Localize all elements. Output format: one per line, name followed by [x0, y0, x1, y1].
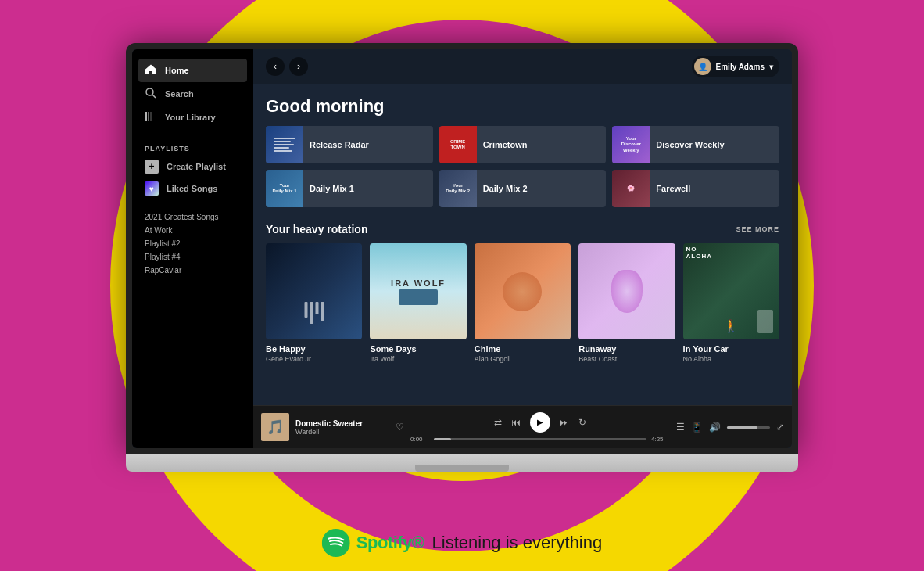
rotation-item-runaway[interactable]: Runaway Beast Coast [578, 243, 675, 363]
sidebar-item-library[interactable]: Your Library [138, 106, 247, 129]
main-content: ‹ › 👤 Emily Adams ▾ Good morning [253, 49, 792, 448]
daily-mix-1-label: Daily Mix 1 [310, 184, 354, 193]
queue-button[interactable]: ☰ [676, 422, 685, 433]
chime-artist: Alan Gogoll [475, 355, 571, 363]
sidebar-nav: Home Search [132, 59, 253, 129]
home-icon [145, 63, 157, 77]
forward-button[interactable]: › [289, 57, 308, 76]
laptop-screen-outer: Home Search [126, 43, 798, 454]
playlist-item-4[interactable]: RapCaviar [145, 266, 241, 275]
crimetown-thumb: CRIMETOWN [439, 126, 477, 163]
nav-arrows: ‹ › [266, 57, 308, 76]
discover-weekly-label: Discover Weekly [656, 140, 724, 149]
create-playlist-icon: + [145, 160, 159, 174]
time-current: 0:00 [410, 436, 429, 443]
quick-item-daily-mix-1[interactable]: YourDaily Mix 1 Daily Mix 1 [266, 170, 433, 207]
progress-track[interactable] [434, 438, 646, 440]
user-profile[interactable]: 👤 Emily Adams ▾ [692, 56, 779, 77]
playlists-section-title: PLAYLISTS [132, 138, 253, 156]
see-more-button[interactable]: SEE MORE [736, 225, 779, 233]
in-your-car-art: NOALOHA 🚶 [683, 243, 779, 339]
spotify-branding: Spotify® Listening is everything [322, 529, 602, 557]
svg-point-5 [322, 529, 350, 557]
quick-item-daily-mix-2[interactable]: YourDaily Mix 2 Daily Mix 2 [439, 170, 607, 207]
greeting: Good morning [266, 96, 779, 117]
playlist-item-1[interactable]: At Work [145, 226, 241, 235]
release-radar-label: Release Radar [310, 140, 369, 149]
play-button[interactable]: ▶ [530, 412, 550, 433]
section-header: Your heavy rotation SEE MORE [266, 223, 779, 235]
home-label: Home [165, 66, 189, 75]
farewell-thumb: 🌸 [612, 170, 650, 207]
previous-button[interactable]: ⏮ [511, 417, 521, 428]
some-days-artist: Ira Wolf [370, 355, 466, 363]
app-layout: Home Search [132, 49, 792, 448]
svg-point-0 [146, 88, 153, 95]
search-icon [145, 87, 157, 101]
content-scroll[interactable]: Good morning [253, 84, 792, 405]
volume-button[interactable]: 🔊 [709, 422, 721, 433]
quick-item-farewell[interactable]: 🌸 Farewell [612, 170, 779, 207]
laptop-screen: Home Search [132, 49, 792, 448]
progress-bar-container: 0:00 4:25 [410, 436, 670, 443]
playlist-item-3[interactable]: Playlist #4 [145, 253, 241, 261]
in-your-car-title: In Your Car [683, 344, 779, 354]
spotify-name: Spotify® [356, 533, 424, 553]
chime-art [475, 243, 571, 339]
library-label: Your Library [165, 113, 216, 122]
quick-item-release-radar[interactable]: Release Radar [266, 126, 433, 163]
create-playlist-label: Create Playlist [167, 162, 226, 171]
create-playlist-action[interactable]: + Create Playlist [132, 156, 253, 178]
library-icon [145, 110, 157, 124]
in-your-car-artist: No Aloha [683, 355, 779, 363]
daily-mix-1-thumb: YourDaily Mix 1 [266, 170, 303, 207]
playlist-item-0[interactable]: 2021 Greatest Songs [145, 213, 241, 221]
volume-fill [727, 426, 757, 429]
sidebar-divider [145, 206, 241, 206]
svg-rect-4 [150, 112, 152, 121]
quick-item-discover-weekly[interactable]: YourDiscoverWeekly Discover Weekly [612, 126, 779, 163]
now-playing-title: Domestic Sweater [295, 419, 389, 428]
rotation-item-be-happy[interactable]: Be Happy Gene Evaro Jr. [266, 243, 362, 363]
volume-track[interactable] [727, 426, 770, 429]
playlist-item-2[interactable]: Playlist #2 [145, 239, 241, 248]
like-button[interactable]: ♡ [396, 422, 404, 433]
svg-rect-2 [145, 112, 147, 121]
now-playing-art: 🎵 [261, 413, 289, 441]
sidebar-item-search[interactable]: Search [138, 82, 247, 106]
spotify-icon [322, 529, 350, 557]
rotation-item-chime[interactable]: Chime Alan Gogoll [475, 243, 571, 363]
wavy-lines [269, 133, 300, 156]
liked-songs-icon: ♥ [145, 181, 159, 196]
shuffle-button[interactable]: ⇄ [494, 417, 502, 428]
be-happy-art [266, 243, 362, 339]
sidebar: Home Search [132, 49, 253, 448]
farewell-label: Farewell [656, 184, 690, 193]
quick-item-crimetown[interactable]: CRIMETOWN Crimetown [439, 126, 607, 163]
chime-title: Chime [475, 344, 571, 354]
next-button[interactable]: ⏭ [560, 417, 569, 428]
rotation-item-some-days[interactable]: IRA WOLF Some Days Ira Wolf [370, 243, 466, 363]
section-title: Your heavy rotation [266, 223, 367, 235]
sidebar-item-home[interactable]: Home [138, 59, 247, 82]
now-playing-artist: Wardell [295, 428, 389, 436]
rotation-grid: Be Happy Gene Evaro Jr. IRA WOLF [266, 243, 779, 363]
now-playing-bar: 🎵 Domestic Sweater Wardell ♡ ⇄ ⏮ ▶ ⏭ [253, 405, 792, 448]
sidebar-playlist-list: 2021 Greatest Songs At Work Playlist #2 … [132, 213, 253, 275]
runaway-artist: Beast Coast [578, 355, 675, 363]
fullscreen-button[interactable]: ⤢ [776, 422, 784, 433]
some-days-art: IRA WOLF [370, 243, 466, 339]
repeat-button[interactable]: ↻ [578, 417, 586, 428]
laptop-wrapper: Home Search [126, 43, 798, 472]
svg-line-1 [152, 95, 156, 98]
player-buttons: ⇄ ⏮ ▶ ⏭ ↻ [494, 412, 586, 433]
back-button[interactable]: ‹ [266, 57, 285, 76]
dropdown-icon: ▾ [769, 63, 773, 71]
liked-songs-action[interactable]: ♥ Liked Songs [132, 178, 253, 199]
rotation-item-in-your-car[interactable]: NOALOHA 🚶 In Your Car No Aloha [683, 243, 779, 363]
liked-songs-label: Liked Songs [167, 184, 217, 193]
avatar: 👤 [694, 58, 711, 75]
devices-button[interactable]: 📱 [691, 422, 703, 433]
discover-thumb: YourDiscoverWeekly [612, 126, 650, 163]
daily-mix-2-label: Daily Mix 2 [483, 184, 528, 193]
